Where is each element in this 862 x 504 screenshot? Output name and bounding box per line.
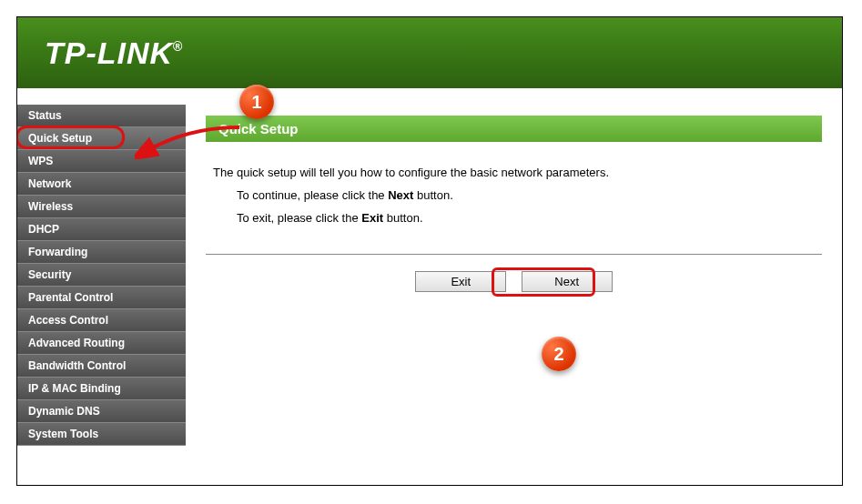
exit-button[interactable]: Exit [415, 271, 506, 292]
sidebar-item-label: Dynamic DNS [28, 405, 100, 418]
sidebar-item-advanced-routing[interactable]: Advanced Routing [17, 332, 186, 355]
sidebar-item-wireless[interactable]: Wireless [17, 196, 186, 218]
sidebar-item-bandwidth-control[interactable]: Bandwidth Control [17, 355, 186, 378]
instruction-line-3: To exit, please click the Exit button. [237, 211, 822, 225]
sidebar-item-label: Quick Setup [28, 132, 92, 145]
sidebar-item-ip-mac-binding[interactable]: IP & MAC Binding [17, 378, 186, 400]
registered-icon: ® [173, 39, 183, 54]
divider [206, 254, 822, 255]
sidebar-item-label: Network [28, 177, 71, 190]
sidebar-item-label: DHCP [28, 223, 59, 236]
sidebar-item-label: System Tools [28, 428, 98, 440]
sidebar-item-dynamic-dns[interactable]: Dynamic DNS [17, 400, 186, 423]
sidebar-item-label: Parental Control [28, 291, 113, 304]
instruction-line-2: To continue, please click the Next butto… [237, 188, 822, 202]
main-content: Quick Setup The quick setup will tell yo… [186, 88, 842, 485]
sidebar-item-forwarding[interactable]: Forwarding [17, 241, 186, 264]
sidebar-item-label: Wireless [28, 200, 73, 213]
page-title: Quick Setup [206, 116, 822, 142]
header-banner: TP-LINK® [17, 17, 842, 88]
router-admin-frame: TP-LINK® Status Quick Setup WPS Network … [16, 16, 843, 486]
instructions-block: The quick setup will tell you how to con… [213, 166, 822, 225]
sidebar-item-label: Status [28, 109, 62, 122]
annotation-callout-2: 2 [542, 337, 576, 371]
annotation-callout-1: 1 [239, 85, 274, 119]
annotation-arrow-icon [135, 123, 244, 159]
button-row: Exit Next [206, 271, 822, 292]
instruction-line-1: The quick setup will tell you how to con… [213, 166, 822, 179]
sidebar-item-label: IP & MAC Binding [28, 382, 121, 395]
sidebar-item-system-tools[interactable]: System Tools [17, 423, 186, 446]
next-button[interactable]: Next [522, 271, 613, 292]
sidebar-item-parental-control[interactable]: Parental Control [17, 287, 186, 309]
sidebar-item-label: Forwarding [28, 246, 87, 258]
logo-text: TP-LINK [45, 35, 173, 70]
sidebar-item-dhcp[interactable]: DHCP [17, 218, 186, 241]
sidebar-item-network[interactable]: Network [17, 173, 186, 196]
sidebar-item-label: WPS [28, 155, 53, 167]
sidebar-item-label: Advanced Routing [28, 337, 125, 349]
sidebar-item-label: Security [28, 268, 71, 281]
brand-logo: TP-LINK® [45, 35, 183, 71]
sidebar-item-label: Access Control [28, 314, 108, 327]
sidebar-item-security[interactable]: Security [17, 264, 186, 287]
sidebar-item-label: Bandwidth Control [28, 359, 126, 372]
sidebar-item-access-control[interactable]: Access Control [17, 309, 186, 332]
